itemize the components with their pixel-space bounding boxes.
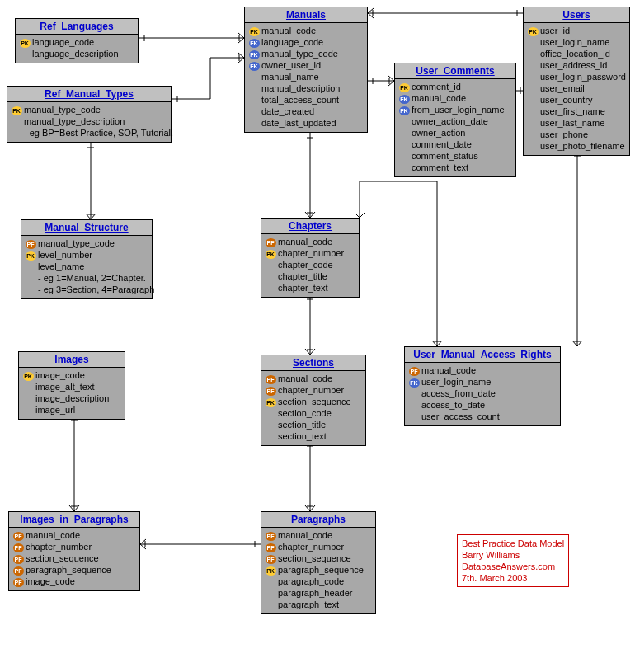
field-row: - eg 3=Section, 4=Paragraph — [25, 284, 148, 295]
field-row: user_address_id — [527, 59, 626, 71]
fk-badge-icon: FK — [409, 378, 420, 388]
field-row: user_email — [527, 82, 626, 94]
field-row: PKlanguage_code — [19, 36, 134, 48]
field-name: language_description — [32, 48, 119, 59]
field-row: PFmanual_code — [265, 236, 355, 247]
field-name: owner_action — [412, 127, 465, 139]
entity-sections: SectionsPFmanual_codePFchapter_numberPKs… — [261, 355, 366, 446]
field-name: manual_code — [421, 364, 476, 376]
field-row: PKchapter_number — [265, 247, 355, 259]
entity-body: PFmanual_codePFchapter_numberPKsection_s… — [261, 371, 365, 445]
field-row: PFmanual_code — [265, 529, 372, 541]
entity-title: Sections — [261, 355, 365, 371]
field-row: PFmanual_code — [408, 364, 557, 376]
field-name: manual_code — [261, 25, 316, 36]
field-name: chapter_code — [278, 259, 333, 270]
field-row: total_access_count — [248, 94, 364, 106]
entity-body: PKcomment_idFKmanual_codeFKfrom_user_log… — [395, 79, 515, 176]
entity-images: ImagesPKimage_codeimage_alt_textimage_de… — [18, 351, 125, 420]
field-name: chapter_title — [278, 270, 327, 282]
field-row: manual_description — [248, 82, 364, 94]
field-row: level_name — [25, 261, 148, 272]
field-name: paragraph_text — [278, 599, 339, 610]
pf-badge-icon: PF — [13, 532, 24, 541]
field-row: comment_text — [398, 162, 512, 173]
pk-badge-icon: PK — [249, 27, 260, 36]
credit-line: DatabaseAnswers.com — [462, 561, 564, 572]
field-row: section_title — [265, 419, 362, 430]
field-name: manual_type_code — [24, 104, 101, 115]
field-name: - eg BP=Best Practice, SOP, Tutorial. — [24, 127, 173, 139]
entity-body: PKimage_codeimage_alt_textimage_descript… — [19, 368, 125, 419]
field-name: image_url — [35, 404, 75, 416]
entity-body: PFmanual_codePFchapter_numberPFsection_s… — [9, 528, 139, 590]
field-row: user_login_password — [527, 71, 626, 82]
field-row: - eg BP=Best Practice, SOP, Tutorial. — [11, 127, 167, 139]
fk-badge-icon: FK — [399, 106, 410, 115]
credit-line: 7th. March 2003 — [462, 572, 564, 584]
field-name: paragraph_sequence — [278, 564, 364, 576]
entity-title: Users — [524, 7, 629, 23]
field-name: access_from_date — [421, 388, 496, 399]
field-name: total_access_count — [261, 94, 339, 106]
field-row: PFimage_code — [12, 576, 136, 587]
field-row: FKlanguage_code — [248, 36, 364, 48]
pf-badge-icon: PF — [13, 543, 24, 552]
field-name: owner_user_id — [261, 59, 321, 71]
field-row: user_country — [527, 94, 626, 106]
field-name: section_title — [278, 419, 326, 430]
field-row: image_description — [22, 392, 121, 404]
pk-badge-icon: PK — [266, 250, 276, 259]
entity-body: PFmanual_type_codePKlevel_numberlevel_na… — [21, 236, 152, 298]
field-name: manual_description — [261, 82, 340, 94]
field-name: user_login_password — [540, 71, 626, 82]
pf-badge-icon: PF — [266, 238, 276, 247]
field-name: manual_name — [261, 71, 319, 82]
pk-badge-icon: PK — [266, 398, 276, 407]
pk-badge-icon: PK — [20, 39, 31, 48]
entity-manual_structure: Manual_StructurePFmanual_type_codePKleve… — [21, 219, 153, 299]
field-name: user_email — [540, 82, 585, 94]
field-name: user_first_name — [540, 106, 605, 117]
pf-badge-icon: PF — [266, 532, 276, 541]
field-name: office_location_id — [540, 48, 610, 59]
field-name: manual_code — [278, 236, 332, 247]
field-row: FKowner_user_id — [248, 59, 364, 71]
entity-title: Ref_Manual_Types — [7, 87, 171, 102]
field-row: user_photo_filename — [527, 140, 626, 152]
field-row: access_from_date — [408, 388, 557, 399]
field-row: manual_type_description — [11, 115, 167, 127]
field-row: paragraph_header — [265, 587, 372, 599]
field-row: paragraph_code — [265, 576, 372, 587]
field-row: access_to_date — [408, 399, 557, 411]
field-name: paragraph_header — [278, 587, 353, 599]
field-row: PFparagraph_sequence — [12, 564, 136, 576]
field-row: PKcomment_id — [398, 81, 512, 92]
entity-ref_languages: Ref_LanguagesPKlanguage_codelanguage_des… — [15, 18, 139, 63]
field-name: date_last_updated — [261, 117, 336, 129]
credit-box: Best Practice Data Model Barry Williams … — [457, 534, 569, 587]
field-row: chapter_title — [265, 270, 355, 282]
field-row: user_phone — [527, 129, 626, 140]
field-name: chapter_text — [278, 282, 328, 294]
field-row: PFchapter_number — [12, 541, 136, 552]
field-name: section_sequence — [278, 396, 351, 407]
field-row: section_text — [265, 430, 362, 442]
pf-badge-icon: PF — [13, 578, 24, 587]
entity-body: PKlanguage_codelanguage_description — [16, 35, 138, 63]
field-row: PFsection_sequence — [265, 552, 372, 564]
field-name: manual_code — [278, 529, 332, 541]
field-name: section_sequence — [26, 552, 99, 564]
field-name: level_number — [38, 249, 92, 261]
field-row: office_location_id — [527, 48, 626, 59]
field-row: comment_status — [398, 150, 512, 162]
field-row: language_description — [19, 48, 134, 59]
field-row: owner_action_date — [398, 115, 512, 127]
field-name: language_code — [261, 36, 323, 48]
field-row: PFsection_sequence — [12, 552, 136, 564]
credit-line: Barry Williams — [462, 549, 564, 561]
field-name: access_to_date — [421, 399, 485, 411]
field-name: image_description — [35, 392, 109, 404]
field-row: - eg 1=Manual, 2=Chapter. — [25, 272, 148, 284]
field-row: PKmanual_type_code — [11, 104, 167, 115]
